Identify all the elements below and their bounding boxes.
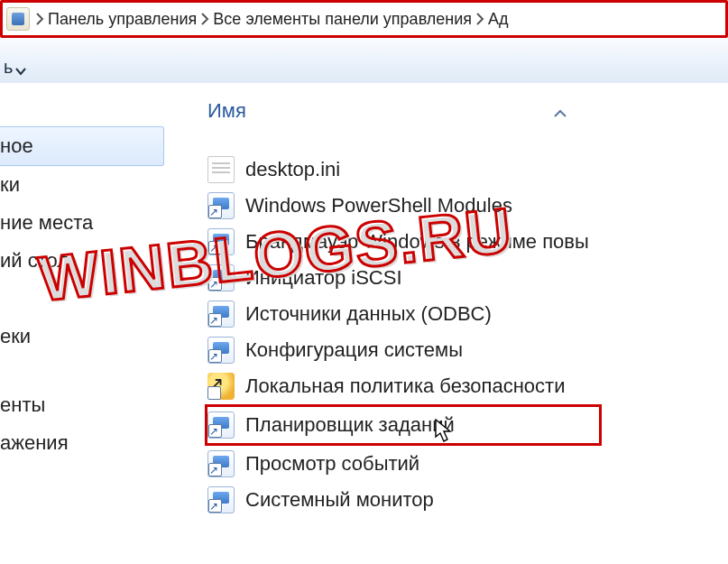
shortcut-overlay-icon: ↗ xyxy=(209,465,218,476)
sidebar-item[interactable]: ий стол xyxy=(0,242,164,280)
sidebar-item-label: ное xyxy=(0,134,33,157)
shortcut-icon: ↗ xyxy=(207,450,235,477)
sidebar-item[interactable]: ное xyxy=(0,126,164,166)
file-row[interactable]: ↗Планировщик заданий xyxy=(205,404,602,446)
breadcrumb-item[interactable]: Ад xyxy=(474,6,511,32)
file-row[interactable]: ↗Источники данных (ODBC) xyxy=(207,296,728,332)
sidebar-item-label: ажения xyxy=(0,431,69,454)
sidebar-group[interactable]: енты xyxy=(0,386,164,424)
column-header-name[interactable]: Имя xyxy=(207,99,246,128)
sidebar: ное ки ние места ий стол еки енты ажения xyxy=(0,83,164,564)
breadcrumb-label: Ад xyxy=(488,10,509,29)
shortcut-icon: ↗ xyxy=(207,192,235,219)
file-label: Системный монитор xyxy=(245,488,434,512)
chevron-right-icon xyxy=(35,13,44,25)
file-row[interactable]: desktop.ini xyxy=(207,152,728,188)
shortcut-overlay-icon: ↗ xyxy=(209,243,218,254)
file-row[interactable]: ↗Системный монитор xyxy=(207,482,728,518)
file-row[interactable]: ↗Конфигурация системы xyxy=(207,332,728,368)
shortcut-icon: ↗ xyxy=(207,337,235,364)
sidebar-item-label: енты xyxy=(0,393,45,416)
shortcut-overlay-icon: ↗ xyxy=(209,279,218,291)
address-bar[interactable]: Панель управления Все элементы панели уп… xyxy=(0,0,728,38)
toolbar-fragment[interactable]: ь xyxy=(0,57,13,78)
shortcut-overlay-icon: ↗ xyxy=(209,501,218,513)
ini-icon xyxy=(207,156,235,183)
breadcrumb: Панель управления Все элементы панели уп… xyxy=(33,6,722,32)
breadcrumb-label: Все элементы панели управления xyxy=(213,10,472,29)
file-row[interactable]: ↗Локальная политика безопасности xyxy=(207,368,728,404)
sort-ascending-icon xyxy=(553,109,567,118)
file-row[interactable]: ↗Windows PowerShell Modules xyxy=(207,188,728,224)
breadcrumb-item[interactable]: Панель управления xyxy=(33,6,198,32)
shortcut-overlay-icon: ↗ xyxy=(207,373,224,395)
breadcrumb-label: Панель управления xyxy=(48,10,197,29)
chevron-down-icon[interactable] xyxy=(14,65,27,78)
shortcut-overlay-icon: ↗ xyxy=(209,315,218,327)
sidebar-item-label: ий стол xyxy=(0,249,69,272)
toolbar: ь xyxy=(0,38,728,83)
sidebar-group[interactable]: еки xyxy=(0,318,164,356)
chevron-right-icon xyxy=(200,13,209,25)
file-label: Планировщик заданий xyxy=(245,413,455,437)
shortcut-icon: ↗ xyxy=(207,300,235,328)
shield-icon: ↗ xyxy=(207,373,235,400)
file-list-pane: Имя desktop.ini↗Windows PowerShell Modul… xyxy=(164,83,728,564)
file-label: Просмотр событий xyxy=(245,452,419,476)
file-label: Windows PowerShell Modules xyxy=(245,194,512,217)
shortcut-icon: ↗ xyxy=(207,411,235,439)
shortcut-icon: ↗ xyxy=(207,228,235,255)
shortcut-overlay-icon: ↗ xyxy=(209,426,218,438)
file-row[interactable]: ↗Инициатор iSCSI xyxy=(207,260,728,296)
breadcrumb-item[interactable]: Все элементы панели управления xyxy=(198,6,474,32)
shortcut-icon: ↗ xyxy=(207,264,235,291)
sidebar-item-label: ки xyxy=(0,173,20,196)
file-label: Брандмауэр Windows в режиме повы xyxy=(245,230,589,254)
shortcut-overlay-icon: ↗ xyxy=(209,207,218,218)
sidebar-item-label: ние места xyxy=(0,211,93,234)
sidebar-item[interactable]: ние места xyxy=(0,204,164,242)
chevron-right-icon xyxy=(475,13,484,25)
file-label: desktop.ini xyxy=(245,158,340,181)
file-row[interactable]: ↗Брандмауэр Windows в режиме повы xyxy=(207,224,728,260)
file-label: Конфигурация системы xyxy=(245,338,463,362)
shortcut-overlay-icon: ↗ xyxy=(209,351,218,363)
file-row[interactable]: ↗Просмотр событий xyxy=(207,446,728,482)
control-panel-icon xyxy=(6,7,30,31)
sidebar-group[interactable]: ажения xyxy=(0,424,164,462)
file-label: Локальная политика безопасности xyxy=(245,374,565,398)
shortcut-icon: ↗ xyxy=(207,486,235,513)
sidebar-item-label: еки xyxy=(0,325,31,347)
file-label: Источники данных (ODBC) xyxy=(245,302,492,326)
file-label: Инициатор iSCSI xyxy=(245,266,402,290)
sidebar-item[interactable]: ки xyxy=(0,166,164,204)
